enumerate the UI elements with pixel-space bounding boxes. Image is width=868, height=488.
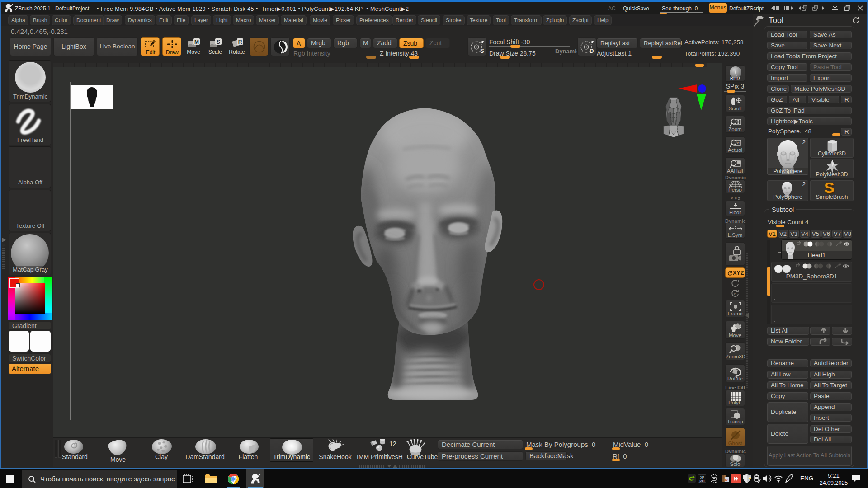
svg-text:S: S bbox=[217, 39, 220, 45]
svg-text:M: M bbox=[194, 39, 199, 45]
svg-text:R: R bbox=[238, 39, 242, 45]
svg-text:x1: x1 bbox=[737, 141, 741, 145]
svg-text:z: z bbox=[734, 292, 736, 296]
svg-text:S: S bbox=[480, 47, 484, 54]
svg-text:R: R bbox=[725, 478, 728, 482]
svg-text:D: D bbox=[590, 47, 594, 54]
